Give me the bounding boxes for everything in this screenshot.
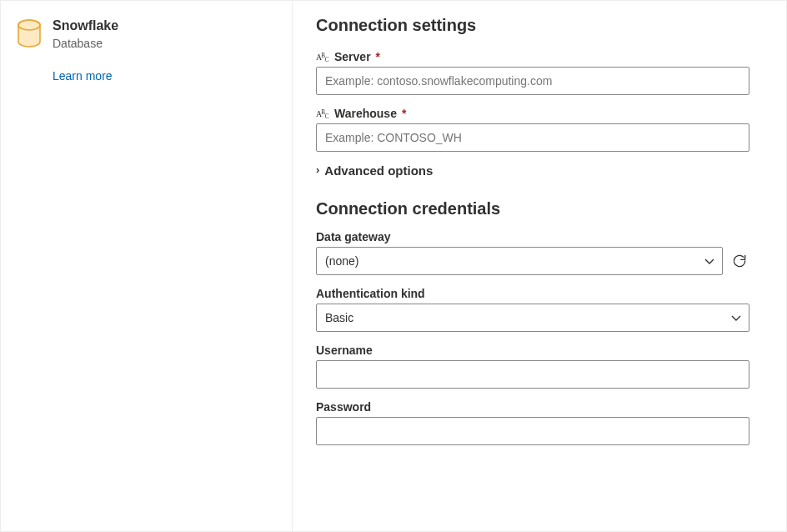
server-field: ABC Server * (316, 50, 749, 95)
required-mark: * (402, 107, 406, 120)
learn-more-link[interactable]: Learn more (53, 69, 113, 83)
warehouse-input[interactable] (316, 123, 749, 152)
server-input[interactable] (316, 67, 749, 95)
main-pane: Connection settings ABC Server * ABC War… (293, 1, 786, 531)
chevron-down-icon (730, 312, 742, 324)
authentication-kind-value: Basic (325, 311, 353, 324)
data-gateway-value: (none) (325, 254, 358, 268)
server-label: Server (334, 50, 371, 63)
password-field: Password (316, 400, 749, 445)
advanced-options-toggle[interactable]: › Advanced options (316, 163, 763, 178)
data-gateway-select[interactable]: (none) (316, 247, 723, 275)
warehouse-label: Warehouse (334, 107, 397, 120)
username-field: Username (316, 344, 749, 389)
sidebar: Snowflake Database Learn more (1, 1, 293, 531)
chevron-down-icon (704, 255, 715, 267)
authentication-kind-field: Authentication kind Basic (316, 287, 749, 332)
connection-credentials-heading: Connection credentials (316, 199, 763, 218)
svg-text:C: C (325, 113, 329, 120)
authentication-kind-label: Authentication kind (316, 287, 749, 300)
connector-title: Snowflake (53, 18, 118, 35)
connection-settings-heading: Connection settings (316, 16, 763, 35)
advanced-options-label: Advanced options (324, 163, 433, 178)
password-label: Password (316, 400, 749, 414)
database-icon (16, 19, 43, 49)
chevron-right-icon: › (316, 164, 319, 175)
username-input[interactable] (316, 360, 749, 389)
svg-text:C: C (325, 57, 329, 63)
required-mark: * (376, 50, 380, 63)
username-label: Username (316, 344, 749, 357)
refresh-button[interactable] (729, 251, 749, 271)
connector-subtitle: Database (53, 36, 118, 51)
password-input[interactable] (316, 417, 749, 445)
authentication-kind-select[interactable]: Basic (316, 304, 749, 332)
text-type-icon: ABC (316, 108, 331, 119)
connector-header: Snowflake Database (16, 18, 277, 51)
warehouse-field: ABC Warehouse * (316, 107, 749, 152)
text-type-icon: ABC (316, 51, 331, 63)
data-gateway-field: Data gateway (none) (316, 230, 749, 275)
data-gateway-label: Data gateway (316, 230, 749, 243)
